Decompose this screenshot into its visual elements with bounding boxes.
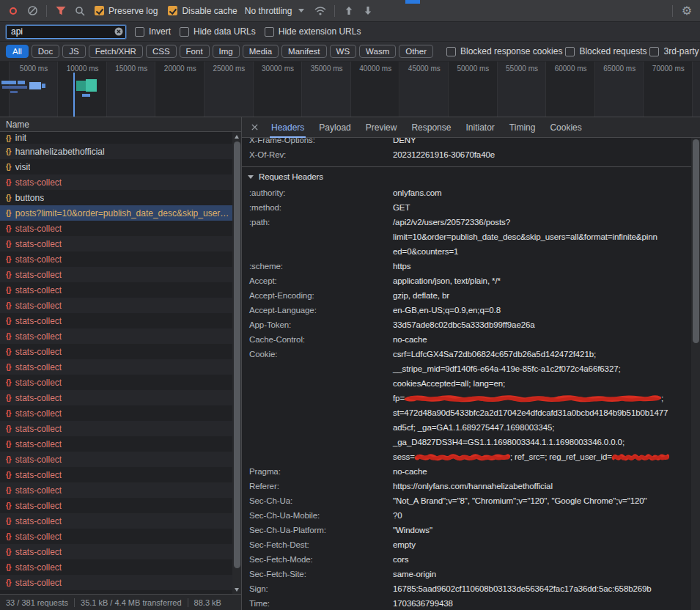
tab-timing[interactable]: Timing bbox=[502, 117, 543, 138]
type-filter-font[interactable]: Font bbox=[180, 45, 210, 58]
type-filter-doc[interactable]: Doc bbox=[32, 45, 59, 58]
request-row[interactable]: {}stats-collect bbox=[0, 282, 232, 298]
type-filter-css[interactable]: CSS bbox=[146, 45, 177, 58]
request-row[interactable]: {}stats-collect bbox=[0, 513, 232, 529]
blocked-response-cookies-toggle[interactable]: Blocked response cookies bbox=[446, 46, 562, 56]
type-filter-img[interactable]: Img bbox=[213, 45, 240, 58]
type-filter-wasm[interactable]: Wasm bbox=[359, 45, 396, 58]
settings-button[interactable]: ⚙ bbox=[678, 2, 696, 20]
filter-toggle-button[interactable] bbox=[52, 2, 70, 20]
close-details-button[interactable] bbox=[245, 123, 264, 131]
import-har-button[interactable] bbox=[340, 2, 358, 20]
request-row[interactable]: {}stats-collect bbox=[0, 313, 232, 328]
clear-filter-icon[interactable] bbox=[114, 27, 123, 36]
search-button[interactable] bbox=[71, 2, 89, 20]
request-row[interactable]: {}stats-collect bbox=[0, 344, 232, 359]
request-row[interactable]: {}stats-collect bbox=[0, 298, 232, 313]
script-icon: {} bbox=[6, 286, 11, 294]
overview-tick-label: 35000 ms bbox=[311, 65, 343, 73]
request-row[interactable]: {}stats-collect bbox=[0, 467, 232, 482]
request-row[interactable]: {}posts?limit=10&order=publish_date_desc… bbox=[0, 205, 232, 221]
tab-preview[interactable]: Preview bbox=[358, 117, 405, 138]
hide-extension-urls-checkbox[interactable] bbox=[265, 27, 274, 37]
request-row[interactable]: {}stats-collect bbox=[0, 375, 232, 390]
invert-checkbox[interactable] bbox=[135, 27, 144, 37]
request-row[interactable]: {}stats-collect bbox=[0, 267, 232, 282]
hide-data-urls-checkbox[interactable] bbox=[180, 27, 189, 37]
blocked-requests-checkbox[interactable] bbox=[565, 47, 575, 56]
disable-cache-toggle[interactable]: Disable cache bbox=[168, 6, 237, 16]
type-filter-media[interactable]: Media bbox=[243, 45, 279, 58]
scroll-down-button[interactable] bbox=[232, 585, 241, 594]
hide-extension-urls-toggle[interactable]: Hide extension URLs bbox=[265, 26, 361, 37]
header-value-line: same-origin bbox=[393, 567, 691, 581]
request-row[interactable]: {}stats-collect bbox=[0, 359, 232, 375]
request-name: stats-collect bbox=[15, 547, 62, 557]
scroll-up-button[interactable] bbox=[232, 132, 241, 141]
request-row[interactable]: {}stats-collect bbox=[0, 482, 232, 498]
header-row: Cookie:csrf=LdfcGX4Sa72db06824c657db26a5… bbox=[242, 347, 691, 464]
details-scrollbar-thumb[interactable] bbox=[693, 139, 699, 343]
header-value-line: https://onlyfans.com/hannahelizabethoffi… bbox=[393, 479, 691, 493]
third-party-requests-checkbox[interactable] bbox=[649, 47, 659, 56]
type-filter-all[interactable]: All bbox=[6, 45, 29, 58]
header-name: :scheme: bbox=[249, 259, 393, 273]
request-row[interactable]: {}stats-collect bbox=[0, 544, 232, 559]
clear-button[interactable] bbox=[23, 2, 41, 20]
third-party-requests-toggle[interactable]: 3rd-party requests bbox=[649, 46, 700, 56]
request-row[interactable]: {}visit bbox=[0, 159, 232, 174]
throttling-dropdown[interactable]: No throttling bbox=[239, 6, 311, 16]
record-button[interactable] bbox=[4, 2, 22, 20]
request-row[interactable]: {}stats-collect bbox=[0, 498, 232, 513]
request-row[interactable]: {}stats-collect bbox=[0, 575, 232, 590]
disable-cache-checkbox[interactable] bbox=[168, 6, 177, 15]
export-har-button[interactable] bbox=[359, 2, 377, 20]
invert-toggle[interactable]: Invert bbox=[135, 26, 171, 37]
scrollbar-thumb[interactable] bbox=[234, 142, 240, 568]
request-row[interactable]: {}stats-collect bbox=[0, 221, 232, 236]
chevron-down-icon bbox=[298, 9, 304, 12]
hide-data-urls-toggle[interactable]: Hide data URLs bbox=[180, 26, 256, 37]
header-value-line: sess=; ref_src=; reg_ref_user_id= bbox=[393, 449, 691, 464]
blocked-response-cookies-checkbox[interactable] bbox=[446, 47, 456, 56]
details-scrollbar[interactable] bbox=[691, 138, 700, 610]
request-row[interactable]: {}stats-collect bbox=[0, 559, 232, 575]
request-row[interactable]: {}stats-collect bbox=[0, 251, 232, 267]
collapse-triangle-icon bbox=[248, 175, 254, 179]
request-row[interactable]: {}stats-collect bbox=[0, 174, 232, 190]
name-column-header[interactable]: Name bbox=[0, 117, 241, 132]
type-filter-other[interactable]: Other bbox=[399, 45, 433, 58]
blocked-requests-toggle[interactable]: Blocked requests bbox=[565, 46, 646, 56]
request-row[interactable]: {}stats-collect bbox=[0, 529, 232, 544]
request-row[interactable]: {}stats-collect bbox=[0, 236, 232, 251]
request-list-scrollbar[interactable] bbox=[232, 132, 241, 594]
request-list: {}init{}hannahelizabethofficial{}visit{}… bbox=[0, 132, 232, 594]
preserve-log-toggle[interactable]: Preserve log bbox=[95, 6, 158, 16]
request-row[interactable]: {}stats-collect bbox=[0, 421, 232, 436]
request-headers-section-toggle[interactable]: Request Headers bbox=[242, 166, 691, 185]
type-filter-ws[interactable]: WS bbox=[330, 45, 357, 58]
tab-cookies[interactable]: Cookies bbox=[542, 117, 589, 138]
preserve-log-checkbox[interactable] bbox=[95, 6, 104, 15]
request-row[interactable]: {}stats-collect bbox=[0, 390, 232, 405]
tab-payload[interactable]: Payload bbox=[312, 117, 358, 138]
request-row[interactable]: {}buttons bbox=[0, 190, 232, 205]
script-icon: {} bbox=[6, 455, 11, 463]
request-row[interactable]: {}stats-collect bbox=[0, 328, 232, 344]
type-filter-js[interactable]: JS bbox=[62, 45, 85, 58]
overview-timeline-strip[interactable]: 5000 ms10000 ms15000 ms20000 ms25000 ms3… bbox=[0, 62, 700, 117]
scroll-down-icon bbox=[235, 588, 239, 592]
request-row[interactable]: {}init bbox=[0, 132, 232, 144]
request-name: stats-collect bbox=[15, 393, 62, 403]
tab-headers[interactable]: Headers bbox=[264, 117, 312, 138]
tab-response[interactable]: Response bbox=[404, 117, 458, 138]
request-row[interactable]: {}hannahelizabethofficial bbox=[0, 144, 232, 159]
type-filter-fetchxhr[interactable]: Fetch/XHR bbox=[89, 45, 143, 58]
request-row[interactable]: {}stats-collect bbox=[0, 452, 232, 467]
request-row[interactable]: {}stats-collect bbox=[0, 436, 232, 452]
network-conditions-button[interactable] bbox=[312, 2, 329, 20]
network-filter-input[interactable] bbox=[6, 25, 126, 39]
tab-initiator[interactable]: Initiator bbox=[458, 117, 501, 138]
request-row[interactable]: {}stats-collect bbox=[0, 405, 232, 421]
type-filter-manifest[interactable]: Manifest bbox=[281, 45, 326, 58]
